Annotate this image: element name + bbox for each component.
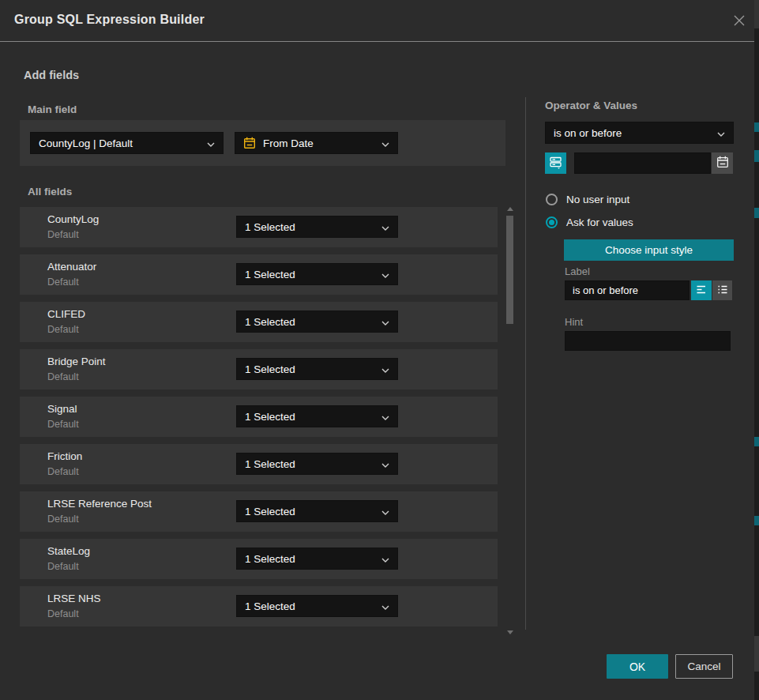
field-name: Attenuator xyxy=(47,261,96,273)
label-input[interactable] xyxy=(565,280,689,300)
field-subtitle: Default xyxy=(47,514,79,525)
strip-segment xyxy=(754,122,759,132)
radio-selected-icon[interactable] xyxy=(546,216,558,228)
radio-ask-for-values[interactable]: Ask for values xyxy=(546,216,633,228)
field-row: Friction Default 1 Selected xyxy=(20,444,498,484)
bulleted-list-icon xyxy=(716,284,729,298)
chevron-down-icon xyxy=(381,504,389,518)
hint-caption: Hint xyxy=(565,316,583,328)
calendar-icon xyxy=(243,137,256,149)
strip-segment xyxy=(754,516,759,525)
add-fields-heading: Add fields xyxy=(24,69,79,81)
choose-input-style-button[interactable]: Choose input style xyxy=(564,239,734,261)
chevron-down-icon xyxy=(381,220,389,234)
align-left-icon xyxy=(695,284,708,298)
all-fields-label: All fields xyxy=(28,186,72,198)
field-row: StateLog Default 1 Selected xyxy=(20,539,498,579)
date-picker-button[interactable] xyxy=(712,152,733,174)
group-sql-expression-builder-dialog: Group SQL Expression Builder Add fields … xyxy=(0,0,754,700)
strip-segment xyxy=(754,437,759,446)
scrollbar-down-arrow-icon[interactable] xyxy=(507,630,513,634)
hint-input[interactable] xyxy=(565,331,731,351)
chevron-down-icon xyxy=(381,362,389,376)
field-selected-dropdown[interactable]: 1 Selected xyxy=(236,263,398,285)
field-selected-dropdown[interactable]: 1 Selected xyxy=(236,453,398,475)
radio-no-user-input[interactable]: No user input xyxy=(546,194,629,205)
chevron-down-icon xyxy=(381,457,389,471)
main-field-label: Main field xyxy=(28,103,77,115)
field-selected-value: 1 Selected xyxy=(245,600,377,612)
field-selected-value: 1 Selected xyxy=(245,316,377,328)
field-selected-dropdown[interactable]: 1 Selected xyxy=(236,500,398,522)
ok-button[interactable]: OK xyxy=(607,654,668,679)
field-row: CountyLog Default 1 Selected xyxy=(20,207,498,247)
strip-segment xyxy=(754,208,759,218)
main-field-field-dropdown[interactable]: From Date xyxy=(235,132,398,154)
field-name: LRSE Reference Post xyxy=(47,498,152,510)
chevron-down-icon xyxy=(207,136,215,150)
main-field-field-value: From Date xyxy=(263,137,377,149)
main-field-source-dropdown[interactable]: CountyLog | Default xyxy=(30,132,224,154)
field-subtitle: Default xyxy=(47,419,79,430)
field-selected-dropdown[interactable]: 1 Selected xyxy=(236,216,398,238)
field-selected-dropdown[interactable]: 1 Selected xyxy=(236,405,398,427)
operator-dropdown[interactable]: is on or before xyxy=(545,122,734,144)
background-app-strip xyxy=(754,0,759,700)
chevron-down-icon xyxy=(381,267,389,281)
field-selected-value: 1 Selected xyxy=(245,411,377,423)
column-divider xyxy=(525,97,526,630)
radio-icon[interactable] xyxy=(546,194,558,205)
field-row: Bridge Point Default 1 Selected xyxy=(20,349,498,390)
value-input-type-button[interactable] xyxy=(545,152,566,174)
field-row: LRSE NHS Default 1 Selected xyxy=(20,586,498,627)
chevron-down-icon xyxy=(381,551,389,566)
dialog-titlebar: Group SQL Expression Builder xyxy=(0,0,754,42)
close-icon[interactable] xyxy=(731,13,747,29)
field-name: Signal xyxy=(47,403,77,415)
label-style-list-button[interactable] xyxy=(712,280,732,300)
chevron-down-icon xyxy=(381,599,389,613)
field-selected-dropdown[interactable]: 1 Selected xyxy=(236,358,398,380)
field-selected-dropdown[interactable]: 1 Selected xyxy=(236,595,398,617)
chevron-down-icon xyxy=(381,409,389,423)
chevron-down-icon xyxy=(717,126,725,140)
field-selected-value: 1 Selected xyxy=(245,269,377,280)
field-name: CountyLog xyxy=(47,213,99,225)
label-caption: Label xyxy=(565,265,590,277)
dialog-title: Group SQL Expression Builder xyxy=(14,13,205,27)
field-subtitle: Default xyxy=(47,277,79,288)
chevron-down-icon xyxy=(381,136,389,150)
field-selected-value: 1 Selected xyxy=(245,506,377,517)
cancel-button[interactable]: Cancel xyxy=(675,654,733,679)
field-row: Attenuator Default 1 Selected xyxy=(20,254,498,295)
field-subtitle: Default xyxy=(47,608,79,619)
field-name: CLIFED xyxy=(47,308,85,320)
field-row: CLIFED Default 1 Selected xyxy=(20,302,498,342)
field-subtitle: Default xyxy=(47,324,79,335)
label-style-text-button[interactable] xyxy=(691,280,712,300)
strip-segment xyxy=(754,636,759,672)
field-selected-value: 1 Selected xyxy=(245,458,377,470)
field-name: Friction xyxy=(47,450,82,462)
main-field-panel: CountyLog | Default From Date xyxy=(20,120,505,166)
field-subtitle: Default xyxy=(47,229,79,240)
main-field-source-value: CountyLog | Default xyxy=(39,137,202,149)
operator-selected-value: is on or before xyxy=(554,127,712,139)
scrollbar-thumb[interactable] xyxy=(506,216,513,324)
chevron-down-icon xyxy=(381,314,389,329)
radio-no-user-input-label: No user input xyxy=(566,194,629,205)
strip-segment xyxy=(754,0,759,28)
scrollbar-up-arrow-icon[interactable] xyxy=(507,207,513,211)
field-subtitle: Default xyxy=(47,561,79,572)
operator-values-label: Operator & Values xyxy=(545,100,637,111)
field-selected-dropdown[interactable]: 1 Selected xyxy=(236,548,398,570)
field-selected-value: 1 Selected xyxy=(245,553,377,565)
field-selected-dropdown[interactable]: 1 Selected xyxy=(236,310,398,333)
field-selected-value: 1 Selected xyxy=(245,363,377,375)
stacked-rows-icon xyxy=(549,156,562,171)
field-row: LRSE Reference Post Default 1 Selected xyxy=(20,491,498,532)
list-scrollbar[interactable] xyxy=(505,205,514,636)
value-input[interactable] xyxy=(574,152,711,174)
radio-ask-for-values-label: Ask for values xyxy=(566,216,633,228)
field-name: LRSE NHS xyxy=(47,593,101,604)
